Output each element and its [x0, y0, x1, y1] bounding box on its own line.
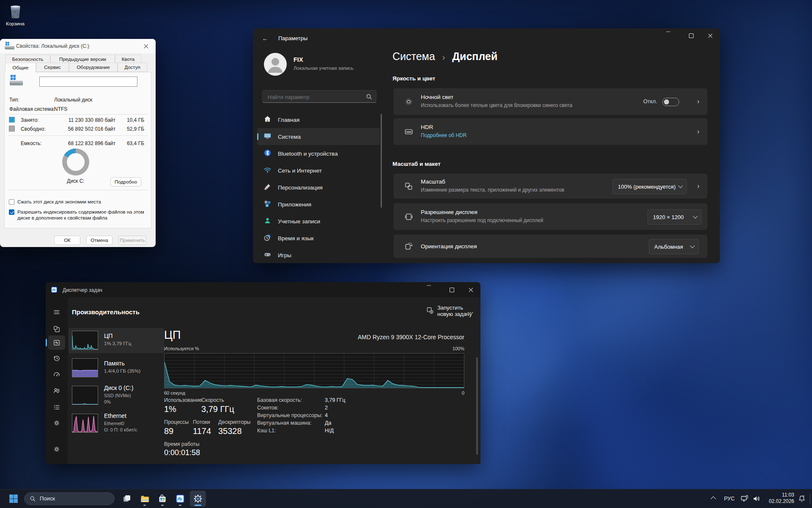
- person-icon: [263, 217, 272, 226]
- volume-tray-icon[interactable]: [752, 494, 761, 505]
- rail-item-users[interactable]: [53, 387, 60, 396]
- close-button[interactable]: [461, 282, 480, 297]
- tab-previous-versions[interactable]: Предыдущие версии: [50, 55, 115, 63]
- sidebar-item-bluetooth[interactable]: Bluetooth и устройства: [257, 145, 380, 162]
- scale-dropdown[interactable]: 100% (рекомендуется): [612, 179, 687, 194]
- card-orientation[interactable]: Ориентация дисплея Альбомная: [393, 234, 708, 258]
- tab-quota[interactable]: Квота: [115, 55, 141, 63]
- nav-label: Учетные записи: [278, 218, 320, 225]
- recycle-bin-icon: [8, 13, 22, 20]
- rail-item-processes[interactable]: [53, 325, 60, 335]
- resolution-dropdown[interactable]: 1920 × 1200: [647, 209, 702, 225]
- ok-button[interactable]: ОК: [54, 236, 80, 245]
- show-desktop-strip[interactable]: [810, 494, 812, 504]
- rail-item-settings[interactable]: [53, 445, 60, 455]
- user-avatar[interactable]: [264, 53, 287, 76]
- rail-item-menu[interactable]: [53, 308, 60, 318]
- selection-accent-bar: [46, 339, 47, 346]
- rail-item-performance[interactable]: [48, 335, 65, 350]
- stat-value: 1%: [164, 404, 176, 414]
- perf-item-detail2: 0%: [104, 399, 111, 404]
- maximize-button[interactable]: [682, 28, 701, 43]
- chevron-down-icon: [690, 243, 694, 248]
- desktop: Корзина Свойства: Локальный диск (C:) Бе…: [0, 0, 812, 508]
- apps-icon: [263, 200, 272, 209]
- sidebar-scrollbar[interactable]: [381, 114, 382, 208]
- breadcrumb-parent[interactable]: Система: [392, 50, 435, 62]
- settings-taskbar-button[interactable]: [190, 491, 206, 507]
- close-button[interactable]: [701, 28, 720, 43]
- recycle-bin[interactable]: Корзина: [3, 3, 28, 26]
- hdr-icon: HDR: [404, 127, 413, 138]
- user-account-type: Локальная учетная запись: [294, 66, 354, 71]
- sidebar-item-time-language[interactable]: Время и язык: [257, 230, 380, 247]
- orientation-title: Ориентация дисплея: [421, 243, 477, 250]
- back-button[interactable]: ←: [259, 33, 272, 44]
- task-manager-taskbar-button[interactable]: [172, 491, 188, 507]
- taskbar-search[interactable]: Поиск: [24, 492, 115, 505]
- task-manager-icon: [176, 494, 185, 503]
- file-explorer-button[interactable]: [137, 491, 153, 507]
- disk-label: Диск C:: [47, 178, 104, 184]
- cancel-button[interactable]: Отмена: [86, 236, 112, 245]
- more-options-button[interactable]: …: [464, 304, 477, 318]
- used-size: 10,4 ГБ: [115, 117, 144, 123]
- recycle-bin-label: Корзина: [3, 21, 28, 26]
- tab-security[interactable]: Безопасность: [5, 55, 50, 63]
- settings-search-box[interactable]: [262, 90, 376, 103]
- sidebar-item-system[interactable]: Система: [257, 128, 380, 145]
- perf-item-disk[interactable]: Диск 0 (C:) SSD (NVMe) 0%: [69, 382, 164, 408]
- index-checkbox[interactable]: [9, 209, 14, 215]
- language-indicator[interactable]: РУС: [724, 496, 735, 502]
- sidebar-item-home[interactable]: Главная: [257, 111, 380, 128]
- card-hdr[interactable]: HDR HDR Подробнее об HDR ›: [393, 118, 708, 145]
- tab-hardware[interactable]: Оборудование: [69, 63, 118, 72]
- night-light-title: Ночной свет: [421, 94, 453, 100]
- perf-item-ethernet[interactable]: Ethernet Ethernet0 О: 0 П: 0 кбит/с: [69, 409, 164, 437]
- card-scale[interactable]: Масштаб Изменение размера текста, прилож…: [393, 173, 708, 199]
- sidebar-item-accounts[interactable]: Учетные записи: [257, 213, 380, 230]
- settings-search-input[interactable]: [267, 91, 362, 103]
- store-button[interactable]: [154, 491, 170, 507]
- perf-item-memory[interactable]: Память 1,4/4,0 ГБ (35%): [69, 355, 164, 381]
- task-manager-title: Диспетчер задач: [63, 287, 102, 293]
- start-button[interactable]: [5, 491, 22, 507]
- rail-item-details[interactable]: [53, 404, 60, 413]
- tab-sharing[interactable]: Доступ: [118, 63, 147, 72]
- tab-tools[interactable]: Сервис: [36, 63, 69, 72]
- user-name: FIX: [294, 56, 303, 63]
- compress-checkbox[interactable]: [9, 199, 14, 205]
- card-night-light[interactable]: Ночной свет Использовать более теплые цв…: [393, 88, 708, 115]
- content-scrollbar[interactable]: [476, 357, 478, 455]
- resolution-subtitle: Настроить разрешение под подключенный ди…: [421, 217, 543, 223]
- chevron-right-icon: ›: [697, 182, 700, 190]
- tab-general[interactable]: Общие: [5, 63, 36, 72]
- perf-item-cpu[interactable]: ЦП 1% 3,79 ГГц: [69, 328, 164, 353]
- sidebar-item-personalization[interactable]: Персонализация: [257, 179, 380, 196]
- network-tray-icon[interactable]: [741, 494, 749, 505]
- minimize-button[interactable]: [423, 282, 442, 297]
- memory-mini-graph: [72, 358, 98, 377]
- notification-bell-icon[interactable]: z: [798, 494, 806, 505]
- sidebar-item-games[interactable]: Игры: [257, 247, 380, 264]
- apply-button[interactable]: Применить: [118, 236, 146, 245]
- properties-close-button[interactable]: [137, 39, 156, 53]
- details-button[interactable]: Подробно: [110, 177, 141, 187]
- rail-item-services[interactable]: [53, 419, 60, 428]
- tray-chevron-up[interactable]: [711, 495, 715, 501]
- drive-name-input[interactable]: [39, 77, 137, 87]
- disk-mini-graph: [72, 386, 98, 405]
- card-resolution[interactable]: Разрешение дисплея Настроить разрешение …: [393, 203, 708, 230]
- rail-item-startup-apps[interactable]: [53, 371, 60, 380]
- hdr-link[interactable]: Подробнее об HDR: [421, 132, 466, 138]
- rail-item-app-history[interactable]: [53, 354, 60, 364]
- night-light-toggle[interactable]: [662, 98, 679, 106]
- sidebar-item-apps[interactable]: Приложения: [257, 196, 380, 213]
- sidebar-item-network[interactable]: Сеть и Интернет: [257, 162, 380, 179]
- orientation-dropdown[interactable]: Альбомная: [649, 239, 699, 254]
- minimize-button[interactable]: [663, 28, 682, 43]
- maximize-button[interactable]: [442, 282, 461, 297]
- clock[interactable]: 11:03 02.02.2026: [764, 492, 794, 505]
- drive-icon: [4, 41, 15, 52]
- task-view-button[interactable]: [119, 491, 135, 507]
